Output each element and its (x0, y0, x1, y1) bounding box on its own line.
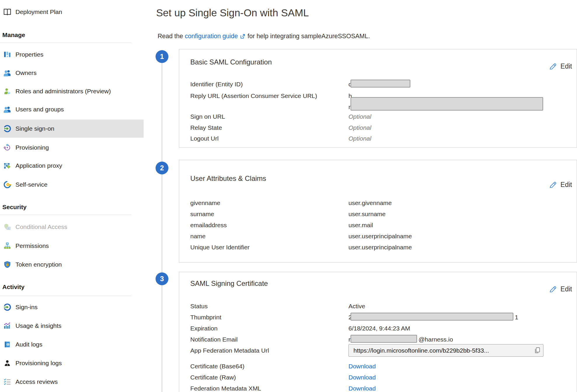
field-label: Reply URL (Assertion Consumer Service UR… (190, 92, 317, 100)
app-federation-metadata-url-box[interactable]: https://login.microsoftonline.com/b229b2… (348, 344, 543, 357)
edit-signing-certificate-button[interactable]: Edit (549, 285, 572, 293)
sidebar-item-sign-ins[interactable]: Sign-ins (0, 298, 144, 316)
divider (0, 43, 131, 43)
page-title: Set up Single Sign-On with SAML (156, 7, 309, 19)
field-label: Thumbprint (190, 313, 221, 321)
thumbprint-suffix: 1 (515, 313, 518, 321)
sidebar-item-roles-administrators[interactable]: Roles and administrators (Preview) (0, 82, 144, 100)
sidebar-item-label: Application proxy (15, 162, 62, 169)
step-connector-line (162, 57, 162, 392)
sidebar-section-activity: Activity (2, 282, 25, 292)
roles-icon (2, 86, 12, 96)
intro-prefix: Read the (158, 33, 183, 40)
edit-user-attributes-button[interactable]: Edit (549, 181, 572, 189)
users-groups-icon (2, 104, 12, 114)
field-label: Status (190, 302, 208, 310)
self-service-icon (2, 180, 12, 190)
sidebar-item-label: Provisioning logs (15, 360, 62, 367)
field-value-sign-on-url: Optional (348, 113, 371, 120)
field-label: Sign on URL (190, 113, 225, 120)
edit-label: Edit (560, 181, 572, 189)
access-reviews-icon (2, 377, 12, 387)
token-encryption-icon (2, 260, 12, 270)
edit-label: Edit (560, 285, 572, 293)
claim-label: name (190, 232, 206, 240)
intro-line: Read the configuration guide for help in… (158, 33, 370, 40)
sidebar-item-owners[interactable]: Owners (0, 64, 144, 82)
field-label: Certificate (Base64) (190, 362, 245, 370)
field-label: Certificate (Raw) (190, 373, 236, 381)
claim-value: user.surname (348, 210, 386, 218)
provisioning-logs-icon (2, 358, 12, 368)
redaction-box-reply-url (351, 97, 543, 111)
sidebar-item-label: Usage & insights (15, 322, 62, 329)
notification-email-suffix: @harness.io (419, 335, 453, 343)
single-sign-on-icon (2, 124, 12, 134)
sidebar-item-permissions[interactable]: Permissions (0, 237, 144, 255)
download-certificate-base64-link[interactable]: Download (348, 362, 376, 370)
sidebar-item-label: Roles and administrators (Preview) (15, 88, 111, 95)
field-value-logout-url: Optional (348, 134, 371, 142)
field-value-relay-state: Optional (348, 124, 371, 132)
sidebar-item-single-sign-on[interactable]: Single sign-on (0, 120, 144, 138)
redaction-box-notification-email (351, 335, 417, 343)
sidebar-item-provisioning-logs[interactable]: Provisioning logs (0, 354, 144, 372)
claim-label: surname (190, 210, 214, 218)
download-federation-metadata-xml-link[interactable]: Download (348, 384, 376, 392)
card-title: User Attributes & Claims (190, 174, 266, 183)
edit-pencil-icon (549, 181, 557, 189)
claim-label: emailaddress (190, 221, 227, 229)
field-label: Expiration (190, 324, 217, 332)
sidebar-item-label: Self-service (15, 181, 48, 188)
claim-value: user.mail (348, 221, 373, 229)
sidebar-item-label: Conditional Access (15, 223, 67, 230)
claim-label: givenname (190, 199, 220, 207)
sidebar-item-users-and-groups[interactable]: Users and groups (0, 100, 144, 118)
sidebar-item-label: Access reviews (15, 378, 58, 385)
sidebar-section-security: Security (2, 202, 27, 212)
sidebar-item-label: Users and groups (15, 106, 64, 113)
card-basic-saml-configuration: Basic SAML Configuration Edit Identifier… (179, 49, 577, 148)
sidebar-item-usage-insights[interactable]: Usage & insights (0, 317, 144, 335)
step-badge-2: 2 (156, 162, 168, 174)
app-federation-metadata-url-value: https://login.microsoftonline.com/b229b2… (349, 347, 531, 354)
field-value-notification-email: r (348, 335, 351, 343)
divider (0, 296, 131, 296)
sidebar-item-deployment-plan[interactable]: Deployment Plan (0, 3, 144, 21)
claim-value: user.userprincipalname (348, 232, 412, 240)
provisioning-icon (2, 143, 12, 153)
sidebar-item-self-service[interactable]: Self-service (0, 176, 144, 194)
claim-value: user.userprincipalname (348, 243, 412, 251)
sidebar-item-application-proxy[interactable]: Application proxy (0, 157, 144, 175)
owners-icon (2, 68, 12, 78)
configuration-guide-link[interactable]: configuration guide (185, 33, 238, 40)
edit-basic-saml-button[interactable]: Edit (549, 62, 572, 70)
sidebar-item-label: Owners (15, 69, 36, 76)
sidebar-item-properties[interactable]: Properties (0, 46, 144, 64)
sign-ins-icon (2, 302, 12, 312)
permissions-icon (2, 241, 12, 251)
sidebar-item-access-reviews[interactable]: Access reviews (0, 373, 144, 391)
edit-pencil-icon (549, 285, 557, 293)
download-certificate-raw-link[interactable]: Download (348, 373, 376, 381)
sidebar-item-label: Provisioning (15, 144, 49, 151)
field-label: Notification Email (190, 335, 238, 343)
sidebar-section-manage: Manage (2, 30, 25, 40)
intro-suffix: for help integrating sampleAzureSSOSAML. (247, 33, 370, 40)
audit-logs-icon (2, 340, 12, 349)
field-label: Federation Metadata XML (190, 384, 261, 392)
claim-label: Unique User Identifier (190, 243, 250, 251)
copy-icon[interactable] (531, 347, 543, 354)
sidebar: Deployment Plan Manage Properties Owners… (0, 0, 144, 392)
properties-icon (2, 50, 12, 60)
edit-label: Edit (560, 62, 572, 70)
sidebar-item-token-encryption[interactable]: Token encryption (0, 256, 144, 274)
sidebar-item-provisioning[interactable]: Provisioning (0, 139, 144, 157)
sidebar-item-conditional-access[interactable]: Conditional Access (0, 218, 144, 236)
external-link-icon (240, 33, 246, 39)
redaction-box-thumbprint (351, 313, 513, 321)
sidebar-item-label: Audit logs (15, 341, 42, 348)
sidebar-item-label: Single sign-on (15, 125, 54, 132)
sidebar-item-audit-logs[interactable]: Audit logs (0, 335, 144, 354)
redaction-box-identifier (351, 80, 410, 88)
